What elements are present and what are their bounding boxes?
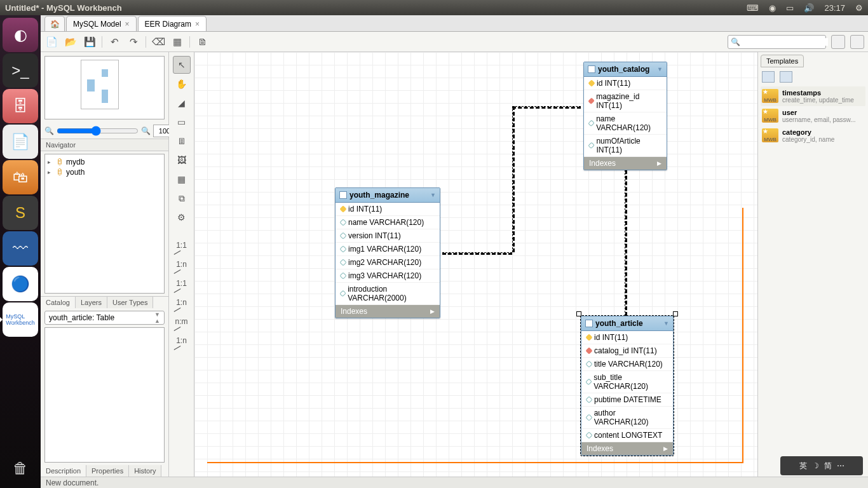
gear-icon[interactable]: ⚙ [855, 3, 863, 13]
catalog-tab[interactable]: Catalog [41, 297, 76, 308]
template-item[interactable]: MWB timestampscreate_time, update_time [761, 86, 865, 106]
entity-indexes[interactable]: Indexes▶ [581, 442, 673, 455]
export-button[interactable]: 🗎 [195, 35, 209, 49]
software-center-icon[interactable]: 🛍 [3, 160, 38, 194]
rel-n-m-tool[interactable]: n:m [175, 313, 189, 330]
search-box[interactable]: 🔍 [728, 35, 826, 49]
select-tool[interactable]: ↖ [173, 56, 191, 74]
entity-header[interactable]: youth_magazine ▼ [336, 188, 440, 203]
object-selector[interactable]: youth_article: Table ▼▲ [44, 311, 165, 325]
entity-header[interactable]: youth_catalog ▼ [584, 62, 667, 77]
edit-template-icon[interactable] [780, 71, 792, 83]
tree-node[interactable]: ▸🛢youth [48, 167, 161, 177]
entity-column[interactable]: title VARCHAR(120) [581, 358, 673, 371]
entity-header[interactable]: youth_article ▼ [581, 316, 673, 331]
entity-column[interactable]: author VARCHAR(120) [581, 407, 673, 429]
tree-node[interactable]: ▸🛢mydb [48, 157, 161, 167]
table-tool[interactable]: ▦ [173, 170, 191, 188]
tool-palette: ↖ ✋ ◢ ▭ 🗏 🖼 ▦ ⧉ ⚙ 1:1 1:n 1:1 1:n n:m 1:… [169, 52, 194, 477]
entity-youth-magazine[interactable]: youth_magazine ▼ id INT(11) name VARCHAR… [335, 187, 440, 318]
zoom-out-icon[interactable]: 🔍 [44, 126, 54, 135]
hand-tool[interactable]: ✋ [173, 75, 191, 93]
catalog-tree[interactable]: ▸🛢mydb ▸🛢youth [44, 154, 165, 294]
entity-column[interactable]: id INT(11) [581, 331, 673, 344]
col-icon [585, 396, 592, 403]
eer-tab[interactable]: EER Diagram× [138, 16, 207, 31]
eer-canvas[interactable]: youth_catalog ▼ id INT(11) magazine_id I… [194, 52, 757, 477]
entity-column[interactable]: version INT(11) [336, 229, 440, 243]
rel-1-n-tool[interactable]: 1:n [175, 255, 189, 273]
entity-column[interactable]: numOfArticle INT(11) [584, 135, 667, 157]
eraser-tool[interactable]: ◢ [173, 94, 191, 112]
entity-column[interactable]: id INT(11) [584, 77, 667, 90]
entity-youth-catalog[interactable]: youth_catalog ▼ id INT(11) magazine_id I… [583, 62, 667, 170]
entity-column[interactable]: magazine_id INT(11) [584, 90, 667, 112]
workbench-icon[interactable]: MySQLWorkbench [3, 302, 38, 337]
search-input[interactable] [740, 38, 828, 46]
entity-column[interactable]: img1 VARCHAR(120) [336, 243, 440, 256]
layers-tab[interactable]: Layers [76, 297, 107, 308]
close-icon[interactable]: × [125, 20, 130, 29]
entity-column[interactable]: pubtime DATETIME [581, 393, 673, 407]
entity-column[interactable]: catalog_id INT(11) [581, 344, 673, 358]
wifi-icon[interactable]: ◉ [769, 3, 776, 13]
volume-icon[interactable]: 🔊 [804, 3, 814, 13]
clock[interactable]: 23:17 [824, 3, 845, 13]
keyboard-icon[interactable]: ⌨ [747, 3, 759, 13]
templates-tab[interactable]: Templates [761, 55, 804, 67]
model-tab[interactable]: MySQL Model× [66, 16, 137, 31]
sublime-icon[interactable]: S [3, 196, 38, 230]
undo-button[interactable]: ↶ [107, 35, 121, 49]
chrome-icon[interactable]: 🔵 [3, 267, 38, 301]
rel-1-n-place-tool[interactable]: 1:n [175, 332, 189, 349]
entity-indexes[interactable]: Indexes▶ [584, 157, 667, 170]
rel-1-1-nonid-tool[interactable]: 1:1 [175, 274, 189, 292]
close-icon[interactable]: × [195, 20, 200, 29]
open-button[interactable]: 📂 [64, 35, 78, 49]
validate-button[interactable]: ⌫ [151, 35, 165, 49]
dash-icon[interactable]: ◐ [3, 18, 38, 52]
monitor-icon[interactable]: 〰 [3, 231, 38, 266]
battery-icon[interactable]: ▭ [786, 3, 794, 13]
redo-button[interactable]: ↷ [126, 35, 140, 49]
image-tool[interactable]: 🖼 [173, 151, 191, 169]
entity-column[interactable]: name VARCHAR(120) [584, 112, 667, 135]
entity-column[interactable]: img3 VARCHAR(120) [336, 269, 440, 283]
template-item[interactable]: MWB userusername, email, passw... [761, 106, 865, 126]
note-tool[interactable]: 🗏 [173, 132, 191, 150]
properties-tab[interactable]: Properties [86, 465, 129, 477]
entity-column[interactable]: sub_title VARCHAR(120) [581, 371, 673, 393]
rel-1-n-nonid-tool[interactable]: 1:n [175, 294, 189, 311]
grid-button[interactable]: ▦ [170, 35, 184, 49]
files-icon[interactable]: 🗄 [3, 89, 38, 123]
entity-youth-article[interactable]: youth_article ▼ id INT(11) catalog_id IN… [581, 316, 674, 456]
panel-toggle-1[interactable] [831, 35, 845, 49]
entity-indexes[interactable]: Indexes▶ [336, 305, 440, 318]
zoom-in-icon[interactable]: 🔍 [141, 126, 151, 135]
new-template-icon[interactable] [762, 71, 775, 83]
ime-indicator[interactable]: 英 ☽ 简 ⋯ [780, 456, 863, 475]
view-tool[interactable]: ⧉ [173, 189, 191, 207]
entity-column[interactable]: name VARCHAR(120) [336, 216, 440, 229]
new-button[interactable]: 📄 [44, 35, 58, 49]
document-icon[interactable]: 📄 [3, 125, 38, 159]
zoom-slider[interactable] [57, 126, 139, 136]
routine-tool[interactable]: ⚙ [173, 208, 191, 226]
entity-column[interactable]: img2 VARCHAR(120) [336, 256, 440, 269]
entity-column[interactable]: id INT(11) [336, 203, 440, 216]
save-button[interactable]: 💾 [83, 35, 97, 49]
table-icon [588, 65, 595, 73]
terminal-icon[interactable]: >_ [3, 53, 38, 88]
description-tab[interactable]: Description [41, 465, 86, 477]
panel-toggle-2[interactable] [850, 35, 864, 49]
rel-1-1-tool[interactable]: 1:1 [175, 236, 189, 254]
home-tab[interactable]: 🏠 [44, 16, 65, 31]
usertypes-tab[interactable]: User Types [107, 297, 153, 308]
entity-column[interactable]: introduction VARCHAR(2000) [336, 283, 440, 305]
template-item[interactable]: MWB categorycategory_id, name [761, 126, 865, 146]
trash-icon[interactable]: 🗑 [3, 451, 38, 485]
diagram-overview[interactable] [44, 56, 165, 119]
layer-tool[interactable]: ▭ [173, 113, 191, 131]
history-tab[interactable]: History [129, 465, 161, 477]
entity-column[interactable]: content LONGTEXT [581, 429, 673, 442]
